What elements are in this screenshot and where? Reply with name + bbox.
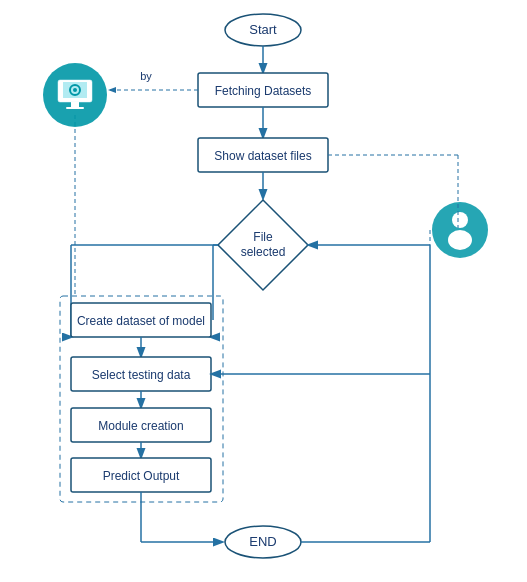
svg-rect-3 [71,102,79,107]
svg-point-8 [452,212,468,228]
diamond-label2: selected [241,245,286,259]
by-label: by [140,70,152,82]
person-icon [432,202,488,258]
computer-icon [43,63,107,127]
svg-rect-4 [66,107,84,109]
svg-point-6 [73,88,77,92]
start-label: Start [249,22,277,37]
module-label: Module creation [98,419,183,433]
fetch-label: Fetching Datasets [215,84,312,98]
select-label: Select testing data [92,368,191,382]
show-label: Show dataset files [214,149,311,163]
svg-point-9 [448,230,472,250]
create-label: Create dataset of model [77,314,205,328]
end-label: END [249,534,276,549]
diamond-label1: File [253,230,273,244]
predict-label: Predict Output [103,469,180,483]
